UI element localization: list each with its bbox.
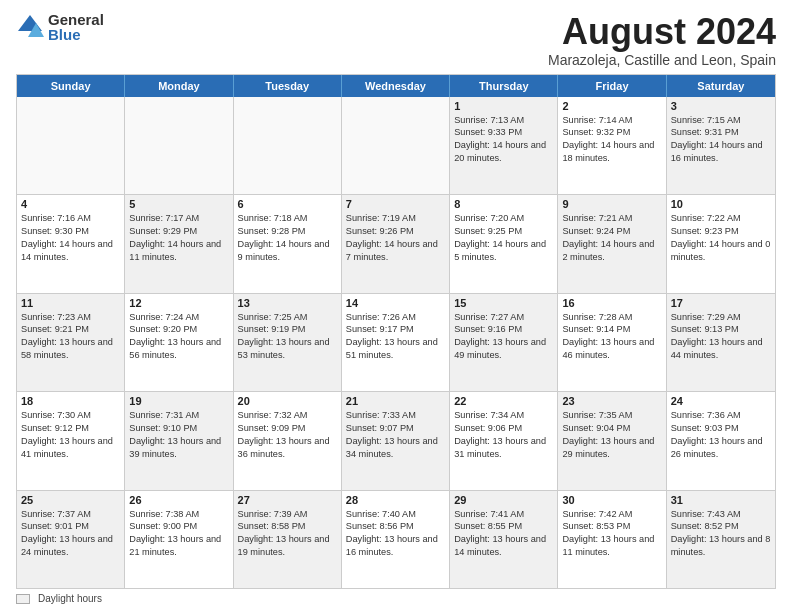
cell-text: Sunrise: 7:21 AMSunset: 9:24 PMDaylight:… [562,212,661,264]
calendar-cell: 16Sunrise: 7:28 AMSunset: 9:14 PMDayligh… [558,294,666,391]
calendar-cell: 23Sunrise: 7:35 AMSunset: 9:04 PMDayligh… [558,392,666,489]
calendar-row: 11Sunrise: 7:23 AMSunset: 9:21 PMDayligh… [17,294,775,392]
page: General Blue August 2024 Marazoleja, Cas… [0,0,792,612]
cell-text: Sunrise: 7:35 AMSunset: 9:04 PMDaylight:… [562,409,661,461]
day-number: 25 [21,494,120,506]
day-number: 17 [671,297,771,309]
cell-text: Sunrise: 7:19 AMSunset: 9:26 PMDaylight:… [346,212,445,264]
day-number: 29 [454,494,553,506]
day-number: 30 [562,494,661,506]
logo-blue: Blue [48,27,104,42]
day-number: 3 [671,100,771,112]
calendar-header: SundayMondayTuesdayWednesdayThursdayFrid… [17,75,775,97]
day-number: 20 [238,395,337,407]
calendar-cell: 3Sunrise: 7:15 AMSunset: 9:31 PMDaylight… [667,97,775,194]
cell-text: Sunrise: 7:39 AMSunset: 8:58 PMDaylight:… [238,508,337,560]
header: General Blue August 2024 Marazoleja, Cas… [16,12,776,68]
calendar-cell: 11Sunrise: 7:23 AMSunset: 9:21 PMDayligh… [17,294,125,391]
calendar-cell: 27Sunrise: 7:39 AMSunset: 8:58 PMDayligh… [234,491,342,588]
day-number: 18 [21,395,120,407]
cal-header-day: Wednesday [342,75,450,97]
calendar: SundayMondayTuesdayWednesdayThursdayFrid… [16,74,776,589]
day-number: 16 [562,297,661,309]
calendar-cell: 4Sunrise: 7:16 AMSunset: 9:30 PMDaylight… [17,195,125,292]
footer: Daylight hours [16,593,776,604]
calendar-cell: 1Sunrise: 7:13 AMSunset: 9:33 PMDaylight… [450,97,558,194]
day-number: 23 [562,395,661,407]
day-number: 12 [129,297,228,309]
day-number: 14 [346,297,445,309]
cal-header-day: Saturday [667,75,775,97]
calendar-row: 1Sunrise: 7:13 AMSunset: 9:33 PMDaylight… [17,97,775,195]
legend-box [16,594,30,604]
calendar-cell: 15Sunrise: 7:27 AMSunset: 9:16 PMDayligh… [450,294,558,391]
cell-text: Sunrise: 7:40 AMSunset: 8:56 PMDaylight:… [346,508,445,560]
calendar-row: 4Sunrise: 7:16 AMSunset: 9:30 PMDaylight… [17,195,775,293]
calendar-cell [125,97,233,194]
cell-text: Sunrise: 7:31 AMSunset: 9:10 PMDaylight:… [129,409,228,461]
calendar-cell: 17Sunrise: 7:29 AMSunset: 9:13 PMDayligh… [667,294,775,391]
calendar-cell: 12Sunrise: 7:24 AMSunset: 9:20 PMDayligh… [125,294,233,391]
cal-header-day: Monday [125,75,233,97]
calendar-cell: 25Sunrise: 7:37 AMSunset: 9:01 PMDayligh… [17,491,125,588]
day-number: 31 [671,494,771,506]
cell-text: Sunrise: 7:30 AMSunset: 9:12 PMDaylight:… [21,409,120,461]
calendar-body: 1Sunrise: 7:13 AMSunset: 9:33 PMDaylight… [17,97,775,588]
calendar-cell: 20Sunrise: 7:32 AMSunset: 9:09 PMDayligh… [234,392,342,489]
cell-text: Sunrise: 7:29 AMSunset: 9:13 PMDaylight:… [671,311,771,363]
calendar-cell: 13Sunrise: 7:25 AMSunset: 9:19 PMDayligh… [234,294,342,391]
calendar-cell: 31Sunrise: 7:43 AMSunset: 8:52 PMDayligh… [667,491,775,588]
cell-text: Sunrise: 7:25 AMSunset: 9:19 PMDaylight:… [238,311,337,363]
day-number: 8 [454,198,553,210]
logo: General Blue [16,12,104,42]
cell-text: Sunrise: 7:23 AMSunset: 9:21 PMDaylight:… [21,311,120,363]
calendar-cell: 8Sunrise: 7:20 AMSunset: 9:25 PMDaylight… [450,195,558,292]
calendar-cell: 28Sunrise: 7:40 AMSunset: 8:56 PMDayligh… [342,491,450,588]
cell-text: Sunrise: 7:24 AMSunset: 9:20 PMDaylight:… [129,311,228,363]
cal-header-day: Tuesday [234,75,342,97]
day-number: 28 [346,494,445,506]
day-number: 4 [21,198,120,210]
cell-text: Sunrise: 7:13 AMSunset: 9:33 PMDaylight:… [454,114,553,166]
calendar-cell: 18Sunrise: 7:30 AMSunset: 9:12 PMDayligh… [17,392,125,489]
calendar-cell: 19Sunrise: 7:31 AMSunset: 9:10 PMDayligh… [125,392,233,489]
cell-text: Sunrise: 7:15 AMSunset: 9:31 PMDaylight:… [671,114,771,166]
day-number: 6 [238,198,337,210]
cal-header-day: Sunday [17,75,125,97]
day-number: 22 [454,395,553,407]
day-number: 1 [454,100,553,112]
cell-text: Sunrise: 7:34 AMSunset: 9:06 PMDaylight:… [454,409,553,461]
cell-text: Sunrise: 7:42 AMSunset: 8:53 PMDaylight:… [562,508,661,560]
calendar-row: 18Sunrise: 7:30 AMSunset: 9:12 PMDayligh… [17,392,775,490]
cell-text: Sunrise: 7:36 AMSunset: 9:03 PMDaylight:… [671,409,771,461]
day-number: 21 [346,395,445,407]
day-number: 15 [454,297,553,309]
page-subtitle: Marazoleja, Castille and Leon, Spain [548,52,776,68]
day-number: 19 [129,395,228,407]
calendar-cell: 24Sunrise: 7:36 AMSunset: 9:03 PMDayligh… [667,392,775,489]
cell-text: Sunrise: 7:20 AMSunset: 9:25 PMDaylight:… [454,212,553,264]
calendar-cell: 10Sunrise: 7:22 AMSunset: 9:23 PMDayligh… [667,195,775,292]
calendar-cell: 14Sunrise: 7:26 AMSunset: 9:17 PMDayligh… [342,294,450,391]
calendar-cell: 9Sunrise: 7:21 AMSunset: 9:24 PMDaylight… [558,195,666,292]
cal-header-day: Thursday [450,75,558,97]
day-number: 5 [129,198,228,210]
day-number: 10 [671,198,771,210]
calendar-cell: 21Sunrise: 7:33 AMSunset: 9:07 PMDayligh… [342,392,450,489]
day-number: 13 [238,297,337,309]
cal-header-day: Friday [558,75,666,97]
calendar-cell: 7Sunrise: 7:19 AMSunset: 9:26 PMDaylight… [342,195,450,292]
calendar-row: 25Sunrise: 7:37 AMSunset: 9:01 PMDayligh… [17,491,775,588]
cell-text: Sunrise: 7:41 AMSunset: 8:55 PMDaylight:… [454,508,553,560]
cell-text: Sunrise: 7:28 AMSunset: 9:14 PMDaylight:… [562,311,661,363]
logo-text: General Blue [48,12,104,42]
day-number: 26 [129,494,228,506]
calendar-cell [234,97,342,194]
calendar-cell: 2Sunrise: 7:14 AMSunset: 9:32 PMDaylight… [558,97,666,194]
cell-text: Sunrise: 7:18 AMSunset: 9:28 PMDaylight:… [238,212,337,264]
page-title: August 2024 [548,12,776,52]
day-number: 2 [562,100,661,112]
legend-label: Daylight hours [38,593,102,604]
day-number: 11 [21,297,120,309]
cell-text: Sunrise: 7:32 AMSunset: 9:09 PMDaylight:… [238,409,337,461]
